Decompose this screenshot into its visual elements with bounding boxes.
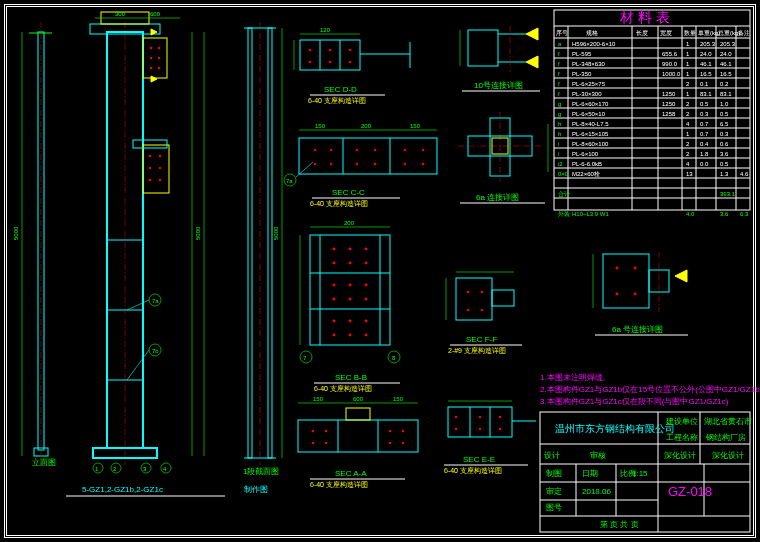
svg-text:SEC C-C: SEC C-C (332, 188, 365, 197)
svg-text:h: h (558, 131, 561, 137)
detail-6a (458, 112, 548, 182)
svg-text:0.2: 0.2 (720, 81, 729, 87)
svg-rect-140 (346, 408, 370, 420)
svg-point-177 (467, 309, 469, 311)
svg-point-83 (314, 163, 316, 165)
svg-text:深化设计: 深化设计 (664, 451, 696, 460)
svg-text:150: 150 (315, 123, 326, 129)
svg-point-117 (365, 284, 368, 287)
svg-point-188 (455, 416, 457, 418)
svg-point-141 (312, 430, 314, 432)
svg-text:规格: 规格 (586, 30, 598, 36)
svg-point-69 (329, 49, 331, 51)
svg-text:1: 1 (686, 91, 690, 97)
svg-text:2: 2 (686, 101, 690, 107)
svg-text:2: 2 (686, 141, 690, 147)
detail-10 (460, 26, 538, 72)
svg-text:0.3: 0.3 (700, 111, 709, 117)
svg-point-148 (402, 442, 404, 444)
svg-point-67 (309, 49, 311, 51)
svg-point-16 (158, 67, 160, 69)
svg-text:f: f (558, 51, 560, 57)
svg-text:1: 1 (686, 61, 690, 67)
svg-point-85 (330, 163, 332, 165)
svg-text:SEC F-F: SEC F-F (466, 335, 497, 344)
svg-text:0.0: 0.0 (700, 161, 709, 167)
svg-point-25 (149, 179, 151, 181)
svg-point-71 (349, 49, 351, 51)
svg-text:6a 连接详图: 6a 连接详图 (476, 193, 519, 202)
svg-text:单重(kg): 单重(kg) (698, 30, 720, 36)
svg-rect-53 (248, 28, 252, 458)
svg-text:16.5: 16.5 (720, 71, 732, 77)
svg-text:0.7: 0.7 (700, 121, 709, 127)
svg-text:0×0: 0×0 (558, 171, 569, 177)
svg-point-12 (158, 47, 160, 49)
svg-point-126 (365, 334, 368, 337)
svg-point-89 (374, 163, 376, 165)
svg-point-113 (349, 262, 352, 265)
svg-text:4.6: 4.6 (740, 171, 749, 177)
svg-text:SEC B-B: SEC B-B (335, 373, 367, 382)
svg-point-82 (314, 149, 316, 151)
svg-text:序号: 序号 (556, 29, 568, 36)
svg-text:日期: 日期 (582, 469, 598, 478)
svg-text:0.1: 0.1 (700, 81, 709, 87)
svg-point-189 (455, 428, 457, 430)
svg-point-22 (159, 155, 161, 157)
svg-point-143 (312, 442, 314, 444)
svg-rect-79 (299, 138, 437, 174)
sec-ee (448, 401, 536, 437)
svg-text:g: g (558, 111, 561, 117)
svg-text:600: 600 (150, 11, 161, 17)
svg-text:10号连接详图: 10号连接详图 (474, 81, 523, 90)
svg-text:H596×200-6×10: H596×200-6×10 (572, 41, 616, 47)
svg-text:审定: 审定 (546, 487, 562, 496)
svg-point-120 (365, 298, 368, 301)
svg-text:6-40 支座构造详图: 6-40 支座构造详图 (310, 481, 368, 488)
detail-6b (593, 252, 687, 312)
svg-point-68 (309, 61, 311, 63)
sec-ff (446, 272, 514, 320)
svg-rect-173 (456, 278, 492, 320)
svg-point-147 (389, 442, 391, 444)
svg-point-202 (616, 293, 619, 296)
svg-text:SEC A-A: SEC A-A (335, 469, 367, 478)
svg-text:PL-8×40-L7.5: PL-8×40-L7.5 (572, 121, 609, 127)
svg-point-15 (150, 67, 152, 69)
svg-rect-19 (143, 145, 169, 193)
svg-point-123 (365, 320, 368, 323)
svg-text:1000.0: 1000.0 (662, 71, 681, 77)
svg-text:5000: 5000 (195, 226, 201, 240)
svg-rect-184 (448, 407, 512, 437)
svg-text:备注: 备注 (738, 29, 750, 36)
svg-text:16.5: 16.5 (700, 71, 712, 77)
svg-text:g: g (558, 101, 561, 107)
svg-text:2: 2 (686, 111, 690, 117)
svg-rect-137 (298, 420, 418, 452)
svg-point-201 (634, 267, 637, 270)
svg-rect-198 (603, 254, 649, 308)
svg-point-92 (422, 149, 424, 151)
svg-point-24 (159, 167, 161, 169)
svg-text:钢结构厂房: 钢结构厂房 (705, 433, 746, 442)
svg-point-111 (365, 248, 368, 251)
svg-point-203 (634, 293, 637, 296)
svg-point-121 (333, 320, 336, 323)
main-title: 5-GZ1,2-GZ1b,2-GZ1c (82, 485, 163, 494)
svg-text:6-40 支座构造详图: 6-40 支座构造详图 (310, 200, 368, 207)
svg-text:外装: 外装 (558, 211, 570, 217)
svg-text:1: 1 (686, 51, 690, 57)
svg-point-124 (333, 334, 336, 337)
svg-text:PL-6-6.0kB: PL-6-6.0kB (572, 161, 602, 167)
svg-text:PL-8×60×100: PL-8×60×100 (572, 141, 609, 147)
svg-text:6-40 支座构造详图: 6-40 支座构造详图 (444, 467, 502, 474)
svg-text:PL-350: PL-350 (572, 71, 592, 77)
svg-text:150: 150 (393, 396, 404, 402)
svg-text:83.1: 83.1 (720, 91, 732, 97)
svg-text:46.1: 46.1 (720, 61, 732, 67)
svg-text:PL-348×630: PL-348×630 (572, 61, 606, 67)
svg-text:3.6: 3.6 (720, 211, 729, 217)
svg-point-176 (481, 291, 483, 293)
svg-point-88 (374, 149, 376, 151)
